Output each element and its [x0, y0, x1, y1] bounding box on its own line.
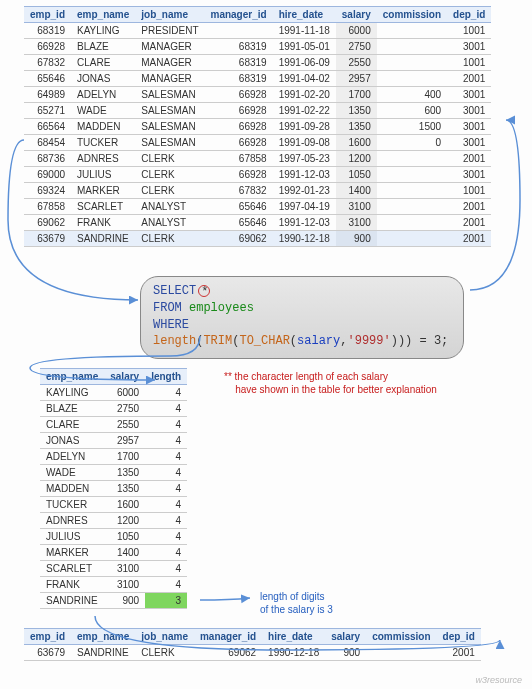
table-row: JONAS29574	[40, 433, 187, 449]
sql-eq: = 3;	[420, 334, 449, 348]
sql-fmt: '9999'	[347, 334, 390, 348]
length-table: emp_namesalarylengthKAYLING60004BLAZE275…	[40, 368, 187, 609]
table-row: 69062FRANKANALYST656461991-12-0331002001	[24, 215, 491, 231]
table-row: SCARLET31004	[40, 561, 187, 577]
table-row: 68736ADNRESCLERK678581997-05-2312002001	[24, 151, 491, 167]
table-row: 67858SCARLETANALYST656461997-04-19310020…	[24, 199, 491, 215]
table-row: 66928BLAZEMANAGER683191991-05-0127503001	[24, 39, 491, 55]
col-dep_id: dep_id	[447, 7, 491, 23]
table-row: ADNRES12004	[40, 513, 187, 529]
watermark: w3resource	[475, 675, 522, 685]
col-commission: commission	[377, 7, 447, 23]
col-emp_name: emp_name	[40, 369, 104, 385]
table-row: 63679SANDRINECLERK690621990-12-189002001	[24, 231, 491, 247]
table-row: SANDRINE9003	[40, 593, 187, 609]
table-row: 65646JONASMANAGER683191991-04-0229572001	[24, 71, 491, 87]
note-char-length: ** the character length of each salary h…	[224, 370, 437, 396]
table-row: 68454TUCKERSALESMAN669281991-09-08160003…	[24, 135, 491, 151]
table-row: ADELYN17004	[40, 449, 187, 465]
note-blue-line1: length of digits	[260, 591, 325, 602]
col-job_name: job_name	[135, 629, 194, 645]
col-salary: salary	[104, 369, 145, 385]
sql-select: SELECT	[153, 284, 196, 298]
asterisk-icon	[198, 285, 210, 297]
col-hire_date: hire_date	[262, 629, 325, 645]
table-row: 66564MADDENSALESMAN669281991-09-28135015…	[24, 119, 491, 135]
table-row: 68319KAYLINGPRESIDENT1991-11-1860001001	[24, 23, 491, 39]
table-row: JULIUS10504	[40, 529, 187, 545]
note-blue-line2: of the salary is 3	[260, 604, 333, 615]
col-emp_name: emp_name	[71, 7, 135, 23]
col-commission: commission	[366, 629, 436, 645]
col-emp_name: emp_name	[71, 629, 135, 645]
table-row: 63679SANDRINECLERK690621990-12-189002001	[24, 645, 481, 661]
col-salary: salary	[336, 7, 377, 23]
col-salary: salary	[325, 629, 366, 645]
table-row: KAYLING60004	[40, 385, 187, 401]
col-emp_id: emp_id	[24, 629, 71, 645]
col-job_name: job_name	[135, 7, 204, 23]
table-row: BLAZE27504	[40, 401, 187, 417]
table-row: TUCKER16004	[40, 497, 187, 513]
sql-table-name: employees	[189, 301, 254, 315]
sql-fn-trim: TRIM	[203, 334, 232, 348]
col-dep_id: dep_id	[437, 629, 481, 645]
table-row: 64989ADELYNSALESMAN669281991-02-20170040…	[24, 87, 491, 103]
employees-table-wrap: emp_idemp_namejob_namemanager_idhire_dat…	[24, 6, 491, 247]
sql-query-box: SELECT FROM employees WHERE length(TRIM(…	[140, 276, 464, 359]
col-length: length	[145, 369, 187, 385]
col-emp_id: emp_id	[24, 7, 71, 23]
table-row: MARKER14004	[40, 545, 187, 561]
result-table-wrap: emp_idemp_namejob_namemanager_idhire_dat…	[24, 628, 481, 661]
table-row: 69324MARKERCLERK678321992-01-2314001001	[24, 183, 491, 199]
table-row: MADDEN13504	[40, 481, 187, 497]
sql-col-salary: salary	[297, 334, 340, 348]
table-row: FRANK31004	[40, 577, 187, 593]
table-row: WADE13504	[40, 465, 187, 481]
sql-fn-length: length	[153, 334, 196, 348]
col-manager_id: manager_id	[194, 629, 262, 645]
table-row: 69000JULIUSCLERK669281991-12-0310503001	[24, 167, 491, 183]
employees-table: emp_idemp_namejob_namemanager_idhire_dat…	[24, 6, 491, 247]
sql-where: WHERE	[153, 318, 189, 332]
col-manager_id: manager_id	[205, 7, 273, 23]
result-table: emp_idemp_namejob_namemanager_idhire_dat…	[24, 628, 481, 661]
table-row: 65271WADESALESMAN669281991-02-2213506003…	[24, 103, 491, 119]
note-red-line2: have shown in the table for better expla…	[235, 384, 437, 395]
sql-fn-tochar: TO_CHAR	[239, 334, 289, 348]
note-red-line1: ** the character length of each salary	[224, 371, 388, 382]
table-row: 67832CLAREMANAGER683191991-06-0925501001	[24, 55, 491, 71]
length-table-wrap: emp_namesalarylengthKAYLING60004BLAZE275…	[40, 368, 187, 609]
col-hire_date: hire_date	[273, 7, 336, 23]
sql-from: FROM	[153, 301, 182, 315]
note-length-3: length of digits of the salary is 3	[260, 590, 333, 616]
table-row: CLARE25504	[40, 417, 187, 433]
